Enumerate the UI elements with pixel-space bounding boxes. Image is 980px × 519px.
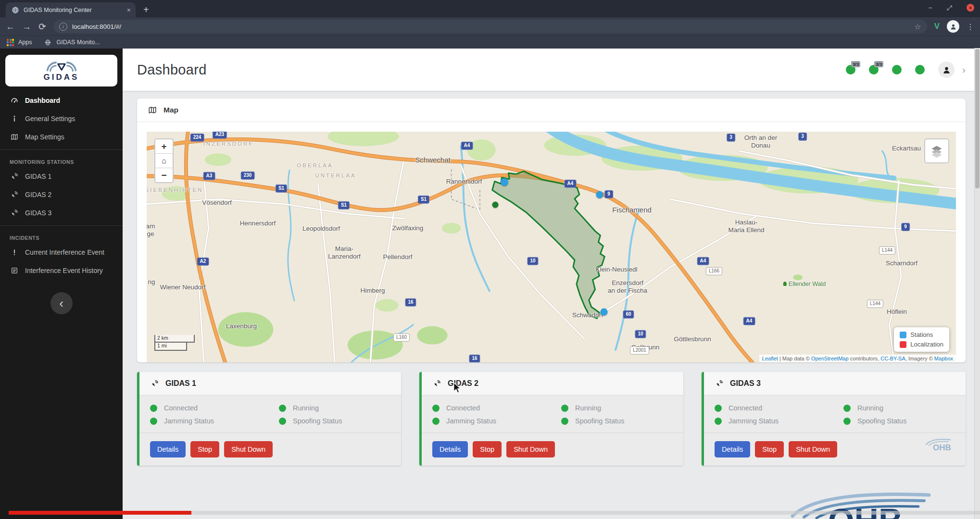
map-place-label: Schwadorf bbox=[572, 311, 603, 319]
sidebar-item-gidas-1[interactable]: GIDAS 1 bbox=[0, 167, 123, 185]
close-button[interactable]: × bbox=[967, 4, 974, 12]
status-label: Connected bbox=[729, 404, 762, 412]
sidebar-item-dashboard[interactable]: Dashboard bbox=[0, 91, 123, 110]
status-indicator[interactable] bbox=[892, 65, 902, 74]
user-avatar[interactable] bbox=[938, 62, 955, 78]
home-button[interactable]: ⌂ bbox=[155, 154, 173, 168]
map-marker[interactable] bbox=[492, 202, 499, 208]
status-item: Connected bbox=[432, 404, 561, 412]
zoom-out-button[interactable]: − bbox=[155, 168, 173, 182]
sidebar-item-gidas-3[interactable]: GIDAS 3 bbox=[0, 204, 123, 222]
details-button[interactable]: Details bbox=[432, 441, 468, 457]
details-button[interactable]: Details bbox=[715, 441, 750, 457]
status-indicator[interactable]: 3/3 bbox=[846, 65, 855, 74]
attribution-part[interactable]: | Map data © bbox=[778, 356, 811, 361]
legend-label: Stations bbox=[910, 331, 933, 338]
stop-button[interactable]: Stop bbox=[755, 441, 784, 457]
map-place-label: am bbox=[147, 222, 155, 230]
scrollbar-thumb[interactable] bbox=[975, 49, 980, 188]
header-expand-chevron-icon[interactable]: › bbox=[962, 64, 966, 75]
road-badge: 16 bbox=[469, 355, 480, 362]
road-badge: S1 bbox=[338, 201, 350, 210]
sidebar-item-interference-event-history[interactable]: Interference Event History bbox=[0, 261, 123, 280]
browser-tabstrip: GIDAS Monitoring Center × + − ⤢ × bbox=[0, 0, 980, 17]
attribution-part[interactable]: contributors, bbox=[849, 356, 881, 361]
video-progress-bar[interactable] bbox=[9, 511, 191, 515]
bookmark-gidas[interactable]: GIDAS Monito... bbox=[57, 39, 100, 46]
layers-control[interactable] bbox=[924, 138, 949, 163]
page-info-icon[interactable]: i bbox=[59, 23, 67, 31]
map-icon bbox=[148, 106, 157, 114]
forward-button[interactable]: → bbox=[22, 22, 31, 31]
browser-menu-icon[interactable]: ⋮ bbox=[967, 22, 974, 31]
station-name: GIDAS 1 bbox=[165, 379, 196, 388]
sidebar-item-gidas-2[interactable]: GIDAS 2 bbox=[0, 185, 123, 204]
sidebar-item-general-settings[interactable]: General Settings bbox=[0, 110, 123, 128]
apps-grid-icon[interactable] bbox=[7, 39, 14, 46]
status-dot bbox=[150, 418, 157, 425]
stop-button[interactable]: Stop bbox=[473, 441, 502, 457]
status-label: Connected bbox=[446, 404, 480, 412]
status-label: Jamming Status bbox=[729, 417, 779, 425]
attribution-part[interactable]: Mapbox bbox=[934, 356, 953, 361]
sidebar-collapse-button[interactable]: ‹ bbox=[50, 292, 73, 314]
map[interactable]: INZERSDORFOBERLAAUNTERLAASIEBENHIRTENSch… bbox=[147, 132, 956, 362]
browser-tab[interactable]: GIDAS Monitoring Center × bbox=[6, 2, 136, 17]
zoom-in-button[interactable]: + bbox=[155, 139, 173, 154]
status-item: Spoofing Status bbox=[843, 417, 955, 425]
status-item: Spoofing Status bbox=[279, 417, 390, 425]
shutdown-button[interactable]: Shut Down bbox=[789, 441, 837, 457]
back-button[interactable]: ← bbox=[6, 22, 15, 31]
reload-button[interactable]: ⟳ bbox=[38, 22, 46, 31]
restore-button[interactable]: ⤢ bbox=[947, 4, 952, 11]
browser-toolbar: ← → ⟳ i localhost:8001/#/ ☆ V ⋮ bbox=[0, 17, 980, 36]
vue-extension-icon[interactable]: V bbox=[934, 22, 940, 31]
map-marker[interactable] bbox=[596, 191, 603, 198]
road-badge: 224 bbox=[190, 134, 204, 142]
status-dot bbox=[279, 418, 286, 425]
minimize-button[interactable]: − bbox=[929, 4, 932, 11]
details-button[interactable]: Details bbox=[150, 441, 186, 457]
status-label: Spoofing Status bbox=[293, 417, 342, 425]
url-bar[interactable]: i localhost:8001/#/ ☆ bbox=[53, 20, 927, 33]
map-place-label: Eckartsau bbox=[892, 145, 921, 152]
sidebar-heading-incidents: INCIDENTS bbox=[0, 229, 123, 243]
attribution-part[interactable]: Leaflet bbox=[762, 356, 778, 361]
sidebar-item-label: Dashboard bbox=[25, 97, 60, 104]
gidas-logo[interactable]: GIDAS bbox=[5, 55, 117, 86]
map-marker[interactable] bbox=[501, 178, 508, 186]
map-place-label: Haslau- bbox=[735, 219, 758, 226]
shutdown-button[interactable]: Shut Down bbox=[224, 441, 273, 457]
sidebar-item-label: GIDAS 1 bbox=[25, 173, 51, 180]
attribution-part[interactable]: CC-BY-SA bbox=[880, 356, 905, 361]
new-tab-button[interactable]: + bbox=[143, 5, 149, 14]
attribution-part[interactable]: , Imagery © bbox=[905, 356, 934, 361]
road-badge: A4 bbox=[565, 180, 577, 188]
tab-close-icon[interactable]: × bbox=[127, 6, 131, 14]
map-icon bbox=[10, 133, 19, 141]
map-place-label: Wiener Neudorf bbox=[160, 284, 206, 291]
attribution-part[interactable]: OpenStreetMap bbox=[811, 356, 849, 361]
map-place-label: Göttlesbrunn bbox=[674, 335, 711, 343]
layers-icon bbox=[930, 144, 943, 158]
map-place-label: Scharndorf bbox=[886, 260, 917, 267]
road-badge: L166 bbox=[706, 267, 722, 275]
status-indicator[interactable] bbox=[915, 65, 925, 74]
road-badge: 230 bbox=[241, 172, 255, 180]
sidebar-item-map-settings[interactable]: Map Settings bbox=[0, 128, 123, 146]
shutdown-button[interactable]: Shut Down bbox=[506, 441, 555, 457]
bookmark-apps[interactable]: Apps bbox=[18, 39, 32, 46]
road-badge: 3 bbox=[798, 133, 807, 141]
sidebar-item-current-interference-event[interactable]: Current Interference Event bbox=[0, 243, 123, 261]
road-badge: A3 bbox=[203, 172, 215, 180]
map-marker[interactable] bbox=[601, 309, 608, 316]
sidebar-divider bbox=[0, 225, 123, 226]
bookmark-star-icon[interactable]: ☆ bbox=[914, 22, 921, 31]
map-zoom-control: + ⌂ − bbox=[154, 138, 174, 183]
stop-button[interactable]: Stop bbox=[190, 441, 219, 457]
scrollbar[interactable] bbox=[974, 48, 980, 519]
browser-profile-avatar[interactable] bbox=[947, 20, 959, 33]
status-indicator[interactable]: 3/3 bbox=[869, 65, 879, 74]
map-card-title: Map bbox=[163, 106, 178, 114]
gidas-logo-art bbox=[40, 60, 83, 74]
